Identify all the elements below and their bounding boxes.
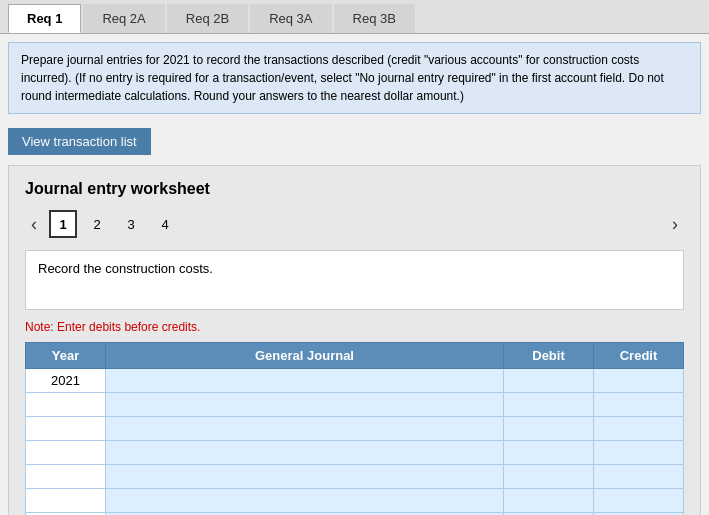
col-header-general-journal: General Journal: [106, 343, 504, 369]
journal-cell-4[interactable]: [106, 441, 504, 465]
table-row: [26, 441, 684, 465]
col-header-debit: Debit: [504, 343, 594, 369]
credit-cell-1[interactable]: [594, 369, 684, 393]
table-row: [26, 393, 684, 417]
table-row: [26, 465, 684, 489]
year-cell-1: 2021: [26, 369, 106, 393]
page-btn-3[interactable]: 3: [117, 210, 145, 238]
journal-cell-2[interactable]: [106, 393, 504, 417]
year-cell-4: [26, 441, 106, 465]
info-text: Prepare journal entries for 2021 to reco…: [8, 42, 701, 114]
view-transaction-button[interactable]: View transaction list: [8, 128, 151, 155]
prev-page-arrow[interactable]: ‹: [25, 212, 43, 237]
note-text: Note: Enter debits before credits.: [25, 320, 684, 334]
journal-table: Year General Journal Debit Credit 2021: [25, 342, 684, 515]
credit-cell-2[interactable]: [594, 393, 684, 417]
tab-req3a[interactable]: Req 3A: [250, 4, 331, 33]
worksheet-title: Journal entry worksheet: [25, 180, 684, 198]
tab-bar: Req 1 Req 2A Req 2B Req 3A Req 3B: [0, 0, 709, 34]
debit-cell-6[interactable]: [504, 489, 594, 513]
debit-cell-5[interactable]: [504, 465, 594, 489]
journal-cell-6[interactable]: [106, 489, 504, 513]
tab-req2a[interactable]: Req 2A: [83, 4, 164, 33]
page-btn-2[interactable]: 2: [83, 210, 111, 238]
table-row: 2021: [26, 369, 684, 393]
page-btn-1[interactable]: 1: [49, 210, 77, 238]
next-page-arrow[interactable]: ›: [666, 212, 684, 237]
worksheet-container: Journal entry worksheet ‹ 1 2 3 4 › Reco…: [8, 165, 701, 515]
credit-cell-5[interactable]: [594, 465, 684, 489]
tab-req3b[interactable]: Req 3B: [334, 4, 415, 33]
page-btn-4[interactable]: 4: [151, 210, 179, 238]
debit-cell-2[interactable]: [504, 393, 594, 417]
journal-cell-5[interactable]: [106, 465, 504, 489]
credit-cell-4[interactable]: [594, 441, 684, 465]
year-cell-3: [26, 417, 106, 441]
description-box: Record the construction costs.: [25, 250, 684, 310]
page-navigation: ‹ 1 2 3 4 ›: [25, 210, 684, 238]
tab-req2b[interactable]: Req 2B: [167, 4, 248, 33]
tab-req1[interactable]: Req 1: [8, 4, 81, 33]
debit-cell-3[interactable]: [504, 417, 594, 441]
journal-cell-1[interactable]: [106, 369, 504, 393]
year-cell-6: [26, 489, 106, 513]
credit-cell-6[interactable]: [594, 489, 684, 513]
journal-cell-3[interactable]: [106, 417, 504, 441]
credit-cell-3[interactable]: [594, 417, 684, 441]
col-header-credit: Credit: [594, 343, 684, 369]
col-header-year: Year: [26, 343, 106, 369]
table-row: [26, 489, 684, 513]
table-row: [26, 417, 684, 441]
debit-cell-1[interactable]: [504, 369, 594, 393]
debit-cell-4[interactable]: [504, 441, 594, 465]
year-cell-2: [26, 393, 106, 417]
year-cell-5: [26, 465, 106, 489]
